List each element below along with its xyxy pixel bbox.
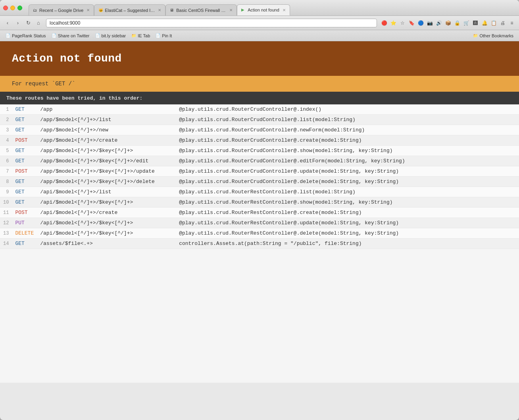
route-path: /app/$model<[^/]+>/new	[37, 125, 176, 135]
bookmark-icon-bitly: 📄	[95, 33, 100, 38]
close-button[interactable]	[3, 6, 8, 10]
navigation-toolbar: ‹ › ↻ ⌂ localhost:9000 🔴 ⭐ ☆ 🔖 🔵 📷 🔊 📦 🔒…	[0, 16, 519, 30]
table-row: 1 GET /app @play.utils.crud.RouterCrudCo…	[0, 104, 519, 115]
tab-close-active[interactable]: ✕	[283, 8, 286, 12]
tabs-bar: 🗂 Recent – Google Drive ✕ 🐱 ElastiCat – …	[29, 0, 516, 15]
browser-window: 🗂 Recent – Google Drive ✕ 🐱 ElastiCat – …	[0, 0, 519, 420]
bookmark-icon-ietab: 📁	[131, 33, 136, 38]
table-row: 2 GET /app/$model<[^/]+>/list @play.util…	[0, 115, 519, 125]
route-method: POST	[12, 208, 37, 218]
tab-icon-drive: 🗂	[33, 8, 38, 13]
route-path: /assets/$file<.+>	[37, 239, 176, 249]
route-method: GET	[12, 115, 37, 125]
route-num: 4	[0, 135, 12, 146]
table-row: 7 POST /app/$model<[^/]+>/$key<[^/]+>/up…	[0, 166, 519, 177]
toolbar-icon-4[interactable]: 🔖	[408, 19, 415, 27]
toolbar-icon-2[interactable]: ⭐	[389, 19, 397, 27]
bookmark-label-twitter: Share on Twitter	[58, 33, 90, 38]
toolbar-icon-14[interactable]: 🖨	[499, 19, 507, 27]
menu-button[interactable]: ≡	[508, 19, 516, 27]
route-path: /api/$model<[^/]+>/list	[37, 187, 176, 197]
tab-action-not-found[interactable]: ▶ Action not found ✕	[237, 4, 290, 15]
bookmark-pinit[interactable]: 📄 Pin It	[153, 33, 174, 39]
tab-close-elasticat[interactable]: ✕	[158, 8, 161, 12]
toolbar-icon-8[interactable]: 📦	[444, 19, 452, 27]
route-method: GET	[12, 187, 37, 197]
route-action: @play.utils.crud.RouterCrudController@.i…	[176, 104, 519, 115]
title-bar: 🗂 Recent – Google Drive ✕ 🐱 ElastiCat – …	[0, 0, 519, 16]
forward-button[interactable]: ›	[13, 19, 22, 27]
route-action: @play.utils.crud.RouterCrudController@.c…	[176, 135, 519, 146]
route-action: @play.utils.crud.RouterCrudController@.d…	[176, 177, 519, 187]
page-content: Action not found For request `GET /` The…	[0, 41, 519, 383]
route-method: DELETE	[12, 228, 37, 239]
error-title: Action not found	[12, 52, 507, 65]
route-num: 14	[0, 239, 12, 249]
route-path: /app/$model<[^/]+>/$key<[^/]+>	[37, 146, 176, 156]
route-action: @play.utils.crud.RouterRestController@.l…	[176, 187, 519, 197]
refresh-button[interactable]: ↻	[24, 19, 33, 27]
toolbar-icon-3[interactable]: ☆	[398, 19, 406, 27]
tab-centos[interactable]: 🖥 Basic CentOS Firewall Con… ✕	[165, 4, 237, 15]
route-path: /api/$model<[^/]+>/$key<[^/]+>	[37, 228, 176, 239]
tab-close-drive[interactable]: ✕	[86, 8, 90, 12]
bookmark-other[interactable]: 📁 Other Bookmarks	[471, 33, 516, 39]
bookmark-label-pinit: Pin It	[162, 33, 172, 38]
toolbar-icon-12[interactable]: 🔔	[481, 19, 488, 27]
toolbar-icon-13[interactable]: 📋	[490, 19, 498, 27]
bookmark-bitly[interactable]: 📄 bit.ly sidebar	[93, 33, 129, 39]
back-button[interactable]: ‹	[3, 19, 12, 27]
address-bar[interactable]: localhost:9000	[46, 19, 377, 27]
toolbar-icon-6[interactable]: 📷	[426, 19, 434, 27]
bookmark-ietab[interactable]: 📁 IE Tab	[129, 33, 152, 39]
bookmark-label-bitly: bit.ly sidebar	[102, 33, 126, 38]
route-num: 12	[0, 218, 12, 228]
toolbar-icon-10[interactable]: 🛒	[462, 19, 470, 27]
route-method: GET	[12, 125, 37, 135]
route-method: GET	[12, 239, 37, 249]
toolbar-icon-9[interactable]: 🔒	[453, 19, 461, 27]
bookmark-icon-twitter: 📄	[52, 33, 56, 38]
route-method: GET	[12, 177, 37, 187]
route-num: 13	[0, 228, 12, 239]
maximize-button[interactable]	[17, 6, 22, 10]
routes-header-text: These routes have been tried, in this or…	[6, 95, 142, 101]
error-header: Action not found	[0, 41, 519, 76]
tab-google-drive[interactable]: 🗂 Recent – Google Drive ✕	[29, 4, 94, 15]
minimize-button[interactable]	[10, 6, 15, 10]
route-method: GET	[12, 197, 37, 208]
warning-bar: For request `GET /`	[0, 76, 519, 92]
tab-elasticat[interactable]: 🐱 ElastiCat – Suggested Imp… ✕	[94, 4, 165, 15]
tab-icon-elasticat: 🐱	[98, 8, 103, 13]
route-method: PUT	[12, 218, 37, 228]
bookmark-pagerank[interactable]: 📄 PageRank Status	[3, 33, 48, 39]
tab-icon-active: ▶	[241, 8, 246, 12]
toolbar-icon-7[interactable]: 🔊	[435, 19, 443, 27]
table-row: 6 GET /app/$model<[^/]+>/$key<[^/]+>/edi…	[0, 156, 519, 166]
route-method: GET	[12, 156, 37, 166]
toolbar-icon-1[interactable]: 🔴	[380, 19, 388, 27]
route-action: controllers.Assets.at(path:String = "/pu…	[176, 239, 519, 249]
route-path: /app/$model<[^/]+>/$key<[^/]+>/edit	[37, 156, 176, 166]
warning-text: For request `GET /`	[12, 81, 75, 87]
table-row: 3 GET /app/$model<[^/]+>/new @play.utils…	[0, 125, 519, 135]
table-row: 10 GET /api/$model<[^/]+>/$key<[^/]+> @p…	[0, 197, 519, 208]
route-method: GET	[12, 146, 37, 156]
route-num: 1	[0, 104, 12, 115]
route-action: @play.utils.crud.RouterRestController@.s…	[176, 197, 519, 208]
route-action: @play.utils.crud.RouterCrudController@.s…	[176, 146, 519, 156]
toolbar-icon-5[interactable]: 🔵	[417, 19, 425, 27]
bookmark-icon-pagerank: 📄	[6, 33, 10, 38]
tab-icon-centos: 🖥	[170, 8, 175, 13]
tab-close-centos[interactable]: ✕	[229, 8, 233, 12]
routes-section: These routes have been tried, in this or…	[0, 92, 519, 249]
route-num: 10	[0, 197, 12, 208]
table-row: 4 POST /app/$model<[^/]+>/create @play.u…	[0, 135, 519, 146]
table-row: 11 POST /api/$model<[^/]+>/create @play.…	[0, 208, 519, 218]
bookmark-twitter[interactable]: 📄 Share on Twitter	[49, 33, 92, 39]
toolbar-icon-11[interactable]: 🅰	[471, 19, 479, 27]
home-button[interactable]: ⌂	[34, 19, 43, 27]
route-path: /app/$model<[^/]+>/$key<[^/]+>/delete	[37, 177, 176, 187]
route-path: /app/$model<[^/]+>/list	[37, 115, 176, 125]
route-action: @play.utils.crud.RouterCrudController@.l…	[176, 115, 519, 125]
